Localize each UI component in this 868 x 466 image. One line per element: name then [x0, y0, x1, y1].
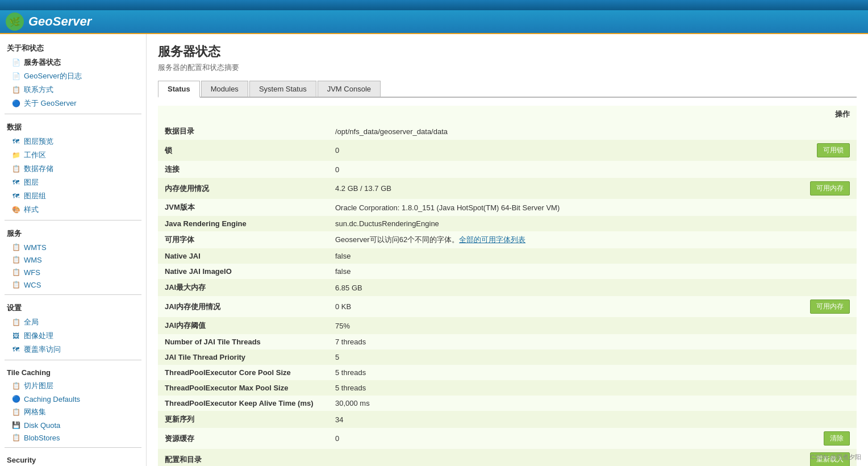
coverage-access-icon: 🗺 — [11, 345, 20, 354]
sidebar-item-styles[interactable]: 🎨 样式 — [0, 203, 146, 217]
table-row: ThreadPoolExecutor Core Pool Size 5 thre… — [158, 365, 857, 380]
row-label-5: Java Rendering Engine — [158, 216, 328, 231]
row-label-10: JAI内存使用情况 — [158, 296, 328, 317]
table-row: Native JAI ImageIO false — [158, 264, 857, 279]
sidebar-item-layers[interactable]: 🗺 图层 — [0, 176, 146, 189]
sidebar-item-wfs[interactable]: 📋 WFS — [0, 266, 146, 278]
server-status-icon: 📄 — [11, 58, 20, 67]
row-value-0: /opt/nfs_data/geoserver_data/data — [328, 123, 788, 140]
sidebar-item-caching-defaults[interactable]: 🔵 Caching Defaults — [0, 393, 146, 405]
sidebar-item-workspace[interactable]: 📁 工作区 — [0, 148, 146, 162]
workspace-icon: 📁 — [11, 151, 20, 160]
tab-modules[interactable]: Modules — [201, 81, 248, 97]
layergroups-icon: 🗺 — [11, 192, 20, 201]
row-action-1[interactable]: 可用锁 — [788, 140, 857, 161]
logo-icon: 🌿 — [6, 13, 24, 31]
row-label-4: JVM版本 — [158, 199, 328, 216]
row-label-3: 内存使用情况 — [158, 178, 328, 199]
table-row: 锁 0 可用锁 — [158, 140, 857, 161]
layers-icon: 🗺 — [11, 178, 20, 187]
layout: 关于和状态 📄 服务器状态 📄 GeoServer的日志 📋 联系方式 🔵 关于… — [0, 34, 868, 466]
row-action-15 — [788, 380, 857, 396]
status-table: 操作 数据目录 /opt/nfs_data/geoserver_data/dat… — [158, 106, 857, 466]
font-prefix-text: Geoserver可以访问62个不同的字体。 — [335, 235, 459, 244]
sidebar-item-blobstores[interactable]: 📋 BlobStores — [0, 431, 146, 444]
row-label-13: JAI Tile Thread Priority — [158, 349, 328, 365]
caching-defaults-icon: 🔵 — [11, 394, 20, 403]
sidebar-item-coverage-access[interactable]: 🗺 覆盖率访问 — [0, 343, 146, 356]
row-action-11 — [788, 317, 857, 334]
wcs-icon: 📋 — [11, 280, 20, 289]
sidebar-item-wms[interactable]: 📋 WMS — [0, 253, 146, 266]
sidebar-item-datastore[interactable]: 📋 数据存储 — [0, 162, 146, 176]
btn-clear-cache[interactable]: 清除 — [824, 431, 850, 446]
row-value-18: 0 — [328, 428, 788, 449]
main-content: 服务器状态 服务器的配置和状态摘要 Status Modules System … — [147, 34, 868, 466]
sidebar-item-wcs[interactable]: 📋 WCS — [0, 278, 146, 291]
row-value-2: 0 — [328, 161, 788, 178]
sidebar-item-server-status[interactable]: 📄 服务器状态 — [0, 56, 146, 69]
row-action-3[interactable]: 可用内存 — [788, 178, 857, 199]
sidebar-section-security: Security — [0, 451, 146, 466]
btn-free-jai-memory[interactable]: 可用内存 — [810, 299, 850, 314]
row-action-2 — [788, 161, 857, 178]
disk-quota-icon: 💾 — [11, 421, 20, 430]
sidebar-item-layergroups[interactable]: 🗺 图层组 — [0, 189, 146, 203]
row-value-16: 30,000 ms — [328, 396, 788, 411]
tab-system-status[interactable]: System Status — [249, 81, 316, 97]
logo-bar: 🌿 GeoServer — [0, 10, 868, 34]
row-label-17: 更新序列 — [158, 411, 328, 428]
row-label-19: 配置和目录 — [158, 449, 328, 466]
logo-text: GeoServer — [28, 14, 91, 29]
row-value-4: Oracle Corporation: 1.8.0_151 (Java HotS… — [328, 199, 788, 216]
about-icon: 🔵 — [11, 99, 20, 108]
row-action-10[interactable]: 可用内存 — [788, 296, 857, 317]
sidebar-item-wmts[interactable]: 📋 WMTS — [0, 241, 146, 253]
row-action-14 — [788, 365, 857, 380]
sidebar-item-about[interactable]: 🔵 关于 GeoServer — [0, 97, 146, 110]
sidebar-item-tile-layers[interactable]: 📋 切片图层 — [0, 379, 146, 393]
sidebar-item-image-processing[interactable]: 🖼 图像处理 — [0, 329, 146, 343]
table-row: 配置和目录 重新载入 — [158, 449, 857, 466]
sidebar: 关于和状态 📄 服务器状态 📄 GeoServer的日志 📋 联系方式 🔵 关于… — [0, 34, 147, 466]
row-value-8: false — [328, 264, 788, 279]
row-value-17: 34 — [328, 411, 788, 428]
row-label-16: ThreadPoolExecutor Keep Alive Time (ms) — [158, 396, 328, 411]
row-label-18: 资源缓存 — [158, 428, 328, 449]
row-label-15: ThreadPoolExecutor Max Pool Size — [158, 380, 328, 396]
row-value-6: Geoserver可以访问62个不同的字体。全部的可用字体列表 — [328, 231, 788, 248]
sidebar-item-layer-preview[interactable]: 🗺 图层预览 — [0, 135, 146, 148]
row-action-5 — [788, 216, 857, 231]
row-label-7: Native JAI — [158, 248, 328, 264]
row-value-15: 5 threads — [328, 380, 788, 396]
sidebar-item-gridsets[interactable]: 📋 网格集 — [0, 405, 146, 419]
tab-status[interactable]: Status — [158, 81, 200, 98]
row-label-14: ThreadPoolExecutor Core Pool Size — [158, 365, 328, 380]
row-label-6: 可用字体 — [158, 231, 328, 248]
btn-free-memory[interactable]: 可用内存 — [810, 181, 850, 195]
sidebar-item-global[interactable]: 📋 全局 — [0, 315, 146, 329]
row-action-8 — [788, 264, 857, 279]
divider-4 — [5, 360, 141, 360]
row-action-18[interactable]: 清除 — [788, 428, 857, 449]
sidebar-item-contact[interactable]: 📋 联系方式 — [0, 83, 146, 97]
tab-jvm-console[interactable]: JVM Console — [318, 81, 381, 97]
styles-icon: 🎨 — [11, 205, 20, 214]
row-value-1: 0 — [328, 140, 788, 161]
row-value-7: false — [328, 248, 788, 264]
wms-icon: 📋 — [11, 255, 20, 264]
font-list-link[interactable]: 全部的可用字体列表 — [459, 235, 525, 244]
watermark: CSDN @雨煮夕阳 — [811, 453, 861, 461]
log-icon: 📄 — [11, 72, 20, 81]
sidebar-item-disk-quota[interactable]: 💾 Disk Quota — [0, 419, 146, 431]
sidebar-section-data: 数据 — [0, 118, 146, 135]
table-row: Native JAI false — [158, 248, 857, 264]
btn-free-lock[interactable]: 可用锁 — [817, 143, 850, 157]
table-row: JAI Tile Thread Priority 5 — [158, 349, 857, 365]
sidebar-item-geoserver-log[interactable]: 📄 GeoServer的日志 — [0, 69, 146, 83]
table-row: 数据目录 /opt/nfs_data/geoserver_data/data — [158, 123, 857, 140]
row-value-3: 4.2 GB / 13.7 GB — [328, 178, 788, 199]
row-label-9: JAI最大内存 — [158, 279, 328, 296]
table-row: JVM版本 Oracle Corporation: 1.8.0_151 (Jav… — [158, 199, 857, 216]
row-label-0: 数据目录 — [158, 123, 328, 140]
